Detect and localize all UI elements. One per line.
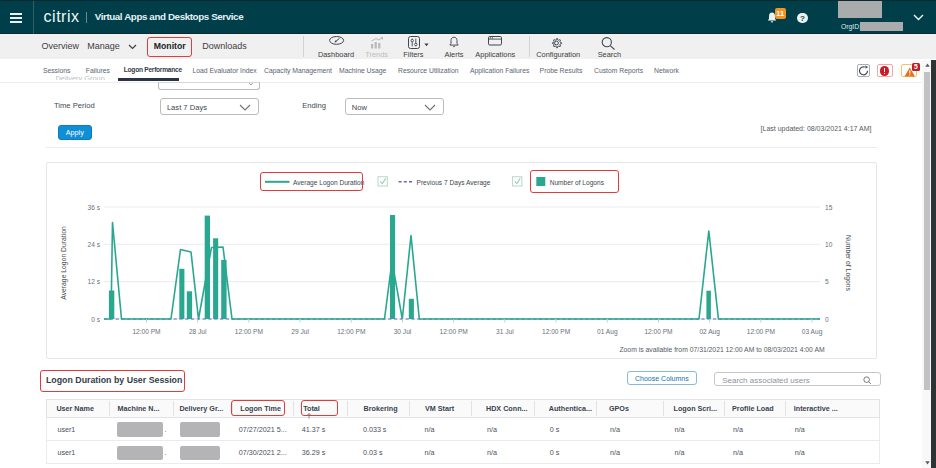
- svg-text:28 Jul: 28 Jul: [189, 327, 207, 334]
- svg-text:12:00 PM: 12:00 PM: [644, 327, 672, 334]
- svg-text:31 Jul: 31 Jul: [496, 327, 514, 334]
- svg-text:12:00 PM: 12:00 PM: [542, 327, 570, 334]
- svg-text:10: 10: [825, 240, 833, 247]
- svg-text:12:00 PM: 12:00 PM: [235, 327, 263, 334]
- svg-text:5: 5: [825, 278, 829, 285]
- svg-text:12 s: 12 s: [88, 278, 101, 285]
- svg-text:0: 0: [825, 315, 829, 322]
- svg-text:36 s: 36 s: [88, 203, 101, 210]
- svg-text:01 Aug: 01 Aug: [597, 327, 618, 335]
- svg-text:30 Jul: 30 Jul: [394, 327, 412, 334]
- svg-text:12:00 PM: 12:00 PM: [747, 327, 775, 334]
- svg-text:29 Jul: 29 Jul: [291, 327, 309, 334]
- svg-text:15: 15: [825, 203, 833, 210]
- svg-text:12:00 PM: 12:00 PM: [337, 327, 365, 334]
- svg-text:02 Aug: 02 Aug: [699, 327, 720, 335]
- svg-text:Previous 7 Days Average: Previous 7 Days Average: [417, 178, 491, 186]
- svg-text:12:00 PM: 12:00 PM: [132, 327, 160, 334]
- svg-text:0 s: 0 s: [91, 315, 100, 322]
- svg-text:Average Logon Duration: Average Logon Duration: [60, 226, 68, 300]
- svg-text:03 Aug: 03 Aug: [802, 327, 823, 335]
- svg-text:12:00 PM: 12:00 PM: [440, 327, 468, 334]
- svg-text:24 s: 24 s: [88, 240, 101, 247]
- svg-text:Number of Logons: Number of Logons: [844, 235, 852, 292]
- svg-text:Zoom is available from 07/31/2: Zoom is available from 07/31/2021 12:00 …: [619, 346, 825, 353]
